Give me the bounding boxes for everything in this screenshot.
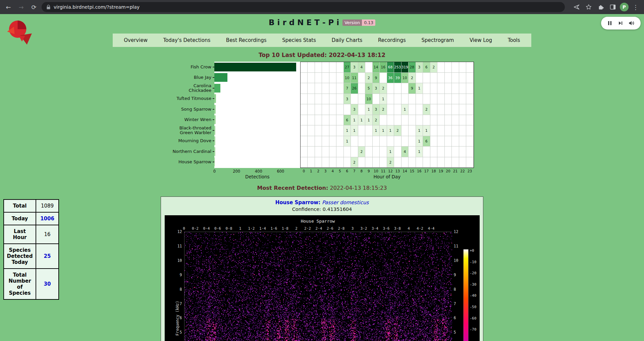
heatmap-cell: 1 [365,115,373,126]
heatmap-xtick: 6 [343,169,351,174]
bar [214,94,216,103]
heatmap-cell [301,115,308,126]
heatmap-cell [358,104,366,115]
heatmap-cell [344,147,351,157]
heatmap-cell: 2 [394,125,401,136]
heatmap-cell [322,104,329,115]
nav-item-overview[interactable]: Overview [121,36,150,45]
heatmap-cell [380,73,387,83]
version-badge: Version 0.13 [342,19,375,26]
stat-value: 1089 [36,200,59,212]
heatmap-cell: 1 [416,136,423,147]
heatmap-cell [466,115,474,126]
stat-value-link[interactable]: 30 [44,281,51,287]
bar [214,84,220,93]
reload-icon[interactable]: ⟳ [29,2,39,12]
nav-item-tools[interactable]: Tools [505,36,523,45]
heatmap-cell: 3 [344,94,351,105]
heatmap-cell [445,157,452,168]
chart-bars [214,62,300,168]
heatmap-cell: 4 [401,147,409,157]
spectrogram-ytick-right: 10 [454,258,459,263]
heatmap-cell [437,62,445,73]
heatmap-cell: 10 [401,73,409,83]
heatmap-cell [336,62,344,73]
heatmap-cell: 16 [380,62,387,73]
heatmap-cell [394,136,401,147]
pause-button[interactable] [607,20,612,26]
bar-xtick: 600 [277,169,284,174]
heatmap-cell [358,157,366,168]
heatmap-xtick: 13 [394,169,401,174]
heatmap-cell: 1 [344,136,351,147]
stat-value: 1006 [36,212,59,225]
heatmap-cell: 10 [344,73,351,83]
heatmap-cell [409,125,416,136]
heatmap-cell [351,94,358,105]
species-label: Song Sparrow [170,104,215,115]
heatmap-cell [365,125,373,136]
heatmap-cell: 27 [344,62,351,73]
heatmap-cell [301,147,308,157]
heatmap-cell [409,115,416,126]
heatmap-cell [466,73,474,83]
nav-item-view-log[interactable]: View Log [467,36,495,45]
most-recent-label: Most Recent Detection: [257,185,328,191]
heatmap-cell: 7 [344,83,351,94]
heatmap-cell [301,62,308,73]
extensions-icon[interactable] [596,2,606,12]
top10-heading: Top 10 Last Updated: 2022-04-13 18:12 [0,52,644,58]
spectrogram-xtick: 3·4 [372,226,378,231]
heatmap-cell [315,104,322,115]
back-icon[interactable]: ← [3,2,13,12]
heatmap-cell [322,94,329,105]
heatmap-cell: 1 [416,125,423,136]
stat-value-link[interactable]: 1006 [40,216,54,222]
profile-avatar[interactable]: P [620,3,629,11]
birdnet-pi-logo[interactable] [5,17,36,48]
detection-common-name[interactable]: House Sparrow: [275,200,320,206]
heatmap-cell: 2 [380,104,387,115]
bookmark-star-icon[interactable] [584,2,594,12]
heatmap-cell [351,136,358,147]
species-label: Black-throated Green Warbler [170,125,215,136]
skip-forward-button[interactable] [618,21,623,25]
nav-item-best-recordings[interactable]: Best Recordings [223,36,269,45]
heatmap-cell [315,62,322,73]
send-icon[interactable] [572,2,582,12]
stat-value-link[interactable]: 25 [44,253,51,259]
heatmap-cell [409,157,416,168]
heatmap-cell [380,147,387,157]
spectrogram-legend-tick: -20 [470,271,477,275]
heatmap-cell [459,73,467,83]
url-bar[interactable]: virginia.birdnetpi.com/?stream=play [42,2,565,12]
menu-dots-icon[interactable]: ⋮ [631,2,641,12]
heatmap-cell [336,73,344,83]
heatmap-cell: 3 [416,62,423,73]
heatmap-cell [445,83,452,94]
heatmap-cell [452,125,459,136]
heatmap-cell [394,147,401,157]
heatmap-xtick: 10 [372,169,380,174]
volume-button[interactable] [629,20,635,26]
nav-item-recordings[interactable]: Recordings [375,36,409,45]
heatmap-cell [301,94,308,105]
heatmap-cell [445,104,452,115]
heatmap-cell: 1 [365,104,373,115]
heatmap-cell [445,62,452,73]
spectrogram-legend-tick: +0 [470,248,474,253]
nav-item-species-stats[interactable]: Species Stats [279,36,319,45]
heatmap-cell [387,115,394,126]
nav-item-daily-charts[interactable]: Daily Charts [329,36,365,45]
heatmap-xtick: 11 [380,169,387,174]
heatmap-cell: 319 [401,62,409,73]
nav-item-today-s-detections[interactable]: Today's Detections [160,36,213,45]
heatmap-xtick: 9 [365,169,373,174]
bar [214,63,296,71]
detection-scientific-name[interactable]: Passer domesticus [322,200,369,206]
forward-icon[interactable]: → [16,2,26,12]
heatmap-cell [329,94,337,105]
spectrogram-legend-tick: -60 [470,316,477,321]
side-panel-icon[interactable] [608,2,618,12]
nav-item-spectrogram[interactable]: Spectrogram [419,36,457,45]
